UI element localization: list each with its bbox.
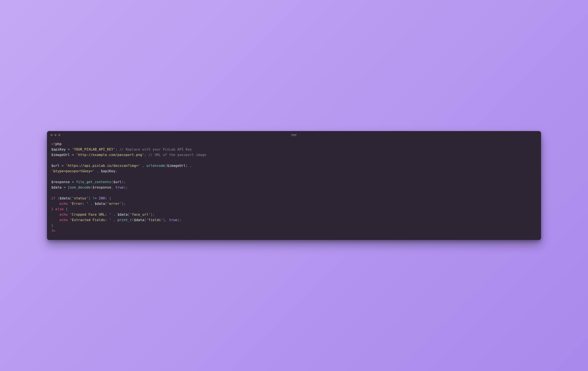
- php-close-tag: ?>: [51, 229, 55, 233]
- var-arg: $response: [93, 185, 111, 189]
- paren-close: ): [105, 196, 107, 200]
- paren-close: ): [122, 180, 124, 184]
- string-key: 'face_url': [130, 212, 150, 216]
- space: [68, 202, 70, 206]
- code-window: PHP <?php $apiKey = 'YOUR_PIXLAB_API_KEY…: [47, 131, 541, 240]
- string-key: 'error': [107, 202, 122, 206]
- concat-op: .: [94, 169, 101, 173]
- paren-close: ): [186, 164, 188, 168]
- fn-file-get-contents: file_get_contents: [76, 180, 111, 184]
- traffic-lights: [51, 134, 60, 136]
- paren-open: (: [132, 218, 134, 222]
- space: [53, 207, 55, 211]
- kw-echo: echo: [59, 212, 68, 216]
- number-literal: 200: [99, 196, 105, 200]
- indent: [51, 218, 59, 222]
- semicolon: ;: [126, 185, 128, 189]
- bool-true: true: [169, 218, 177, 222]
- bool-true: true: [115, 185, 124, 189]
- var-response: $response: [51, 180, 70, 184]
- assign-op: =: [70, 180, 76, 184]
- semicolon: ;: [153, 212, 155, 216]
- var-imageurl: $imageUrl: [51, 153, 70, 157]
- var-url: $url: [51, 164, 59, 168]
- brace-close: }: [51, 223, 53, 227]
- var-arg: $url: [113, 180, 122, 184]
- space: [68, 218, 70, 222]
- paren-open: (: [111, 180, 113, 184]
- semicolon: ;: [115, 169, 117, 173]
- string-literal: 'https://api.pixlab.io/docscan?img=': [66, 164, 140, 168]
- var-data: $data: [117, 212, 128, 216]
- string-key: 'status': [72, 196, 89, 200]
- concat-op: .: [111, 212, 117, 216]
- bracket-close: ]: [150, 212, 153, 216]
- concat-op: .: [188, 164, 194, 168]
- comma: ,: [165, 218, 169, 222]
- paren-open: (: [57, 196, 59, 200]
- paren-open: (: [165, 164, 167, 168]
- concat-op: .: [111, 218, 117, 222]
- indent: [51, 212, 59, 216]
- brace-close: }: [51, 207, 53, 211]
- semicolon: ;: [115, 147, 117, 151]
- semicolon: ;: [124, 180, 126, 184]
- bracket-close: ]: [88, 196, 90, 200]
- kw-echo: echo: [59, 202, 68, 206]
- kw-if: if: [51, 196, 55, 200]
- concat-op: .: [88, 202, 94, 206]
- paren-close: ): [124, 185, 126, 189]
- paren-open: (: [90, 185, 93, 189]
- window-close-icon[interactable]: [51, 134, 53, 136]
- code-area[interactable]: <?php $apiKey = 'YOUR_PIXLAB_API_KEY'; /…: [47, 138, 541, 240]
- paren-close: ): [177, 218, 179, 222]
- comment: // URL of the passport image: [148, 153, 206, 157]
- var-arg: $apiKey: [101, 169, 115, 173]
- var-data: $data: [134, 218, 144, 222]
- titlebar: PHP: [47, 131, 541, 138]
- kw-else: else: [55, 207, 63, 211]
- string-literal: 'http://example.com/passport.png': [76, 153, 144, 157]
- space: [107, 196, 109, 200]
- assign-op: =: [70, 153, 76, 157]
- bracket-open: [: [70, 196, 72, 200]
- assign-op: =: [62, 185, 68, 189]
- string-literal: 'Cropped Face URL: ': [70, 212, 111, 216]
- window-minimize-icon[interactable]: [54, 134, 57, 136]
- kw-echo: echo: [59, 218, 68, 222]
- var-data: $data: [59, 196, 70, 200]
- window-zoom-icon[interactable]: [58, 134, 60, 136]
- var-data: $data: [94, 202, 105, 206]
- string-literal: 'Extracted Fields: ': [70, 218, 111, 222]
- bracket-open: [: [144, 218, 146, 222]
- fn-print-r: print_r: [117, 218, 132, 222]
- semicolon: ;: [124, 202, 126, 206]
- semicolon: ;: [144, 153, 146, 157]
- bracket-open: [: [105, 202, 107, 206]
- comma: ,: [111, 185, 115, 189]
- string-literal: 'Error: ': [70, 202, 89, 206]
- fn-json-decode: json_decode: [68, 185, 90, 189]
- bracket-open: [: [128, 212, 130, 216]
- php-open-tag: <?: [51, 142, 55, 146]
- bracket-close: ]: [163, 218, 165, 222]
- indent: [51, 202, 59, 206]
- concat-op: .: [140, 164, 146, 168]
- ne-op: !=: [90, 196, 99, 200]
- space: [117, 147, 119, 151]
- assign-op: =: [66, 147, 72, 151]
- semicolon: ;: [179, 218, 181, 222]
- space: [55, 196, 57, 200]
- var-data: $data: [51, 185, 62, 189]
- var-apikey: $apiKey: [51, 147, 66, 151]
- string-literal: 'YOUR_PIXLAB_API_KEY': [72, 147, 115, 151]
- brace-open: {: [109, 196, 111, 200]
- space: [146, 153, 148, 157]
- var-arg: $imageUrl: [167, 164, 186, 168]
- string-literal: '&type=passport&key=': [51, 169, 94, 173]
- fn-urlencode: urlencode: [146, 164, 165, 168]
- space: [63, 207, 66, 211]
- space: [68, 212, 70, 216]
- brace-open: {: [66, 207, 68, 211]
- assign-op: =: [59, 164, 66, 168]
